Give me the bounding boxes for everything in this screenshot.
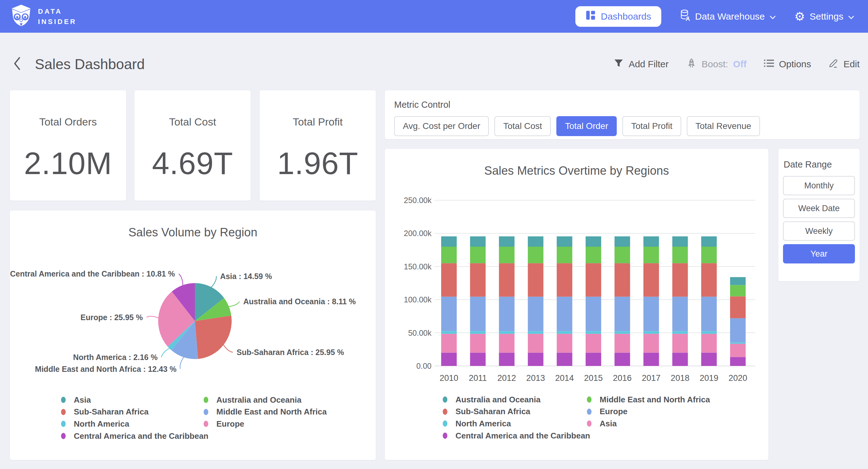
x-axis-tick-label: 2013 — [526, 373, 545, 383]
back-button[interactable] — [12, 56, 22, 72]
bar-segment[interactable] — [528, 236, 543, 247]
bar-segment[interactable] — [470, 263, 486, 297]
bar-segment[interactable] — [586, 297, 601, 331]
bar-segment[interactable] — [615, 263, 630, 297]
bar-segment[interactable] — [470, 247, 486, 263]
nav-item-settings[interactable]: ⚙ Settings — [795, 10, 854, 23]
bar-segment[interactable] — [470, 334, 486, 353]
bar-segment[interactable] — [672, 263, 688, 297]
bar-segment[interactable] — [528, 297, 543, 331]
bar-segment[interactable] — [730, 296, 746, 318]
bar-segment[interactable] — [701, 236, 717, 247]
bar-segment[interactable] — [499, 247, 515, 263]
bar-segment[interactable] — [499, 263, 515, 297]
legend-item: North America — [443, 420, 590, 427]
legend-item: Asia — [587, 420, 710, 427]
metric-option-button[interactable]: Total Revenue — [687, 116, 760, 136]
bar-segment[interactable] — [528, 331, 543, 334]
bar-segment[interactable] — [528, 334, 543, 353]
bar-segment[interactable] — [470, 236, 486, 247]
bar-segment[interactable] — [730, 285, 746, 296]
bar-segment[interactable] — [615, 331, 630, 334]
pie-slice-label: Australia and Oceania : 8.11 % — [244, 297, 356, 306]
metric-option-button[interactable]: Total Cost — [494, 116, 551, 136]
bar-segment[interactable] — [557, 263, 572, 297]
bar-segment[interactable] — [644, 236, 659, 247]
bar-segment[interactable] — [701, 353, 717, 366]
bar-segment[interactable] — [586, 353, 601, 366]
edit-button[interactable]: Edit — [829, 58, 860, 70]
bar-segment[interactable] — [528, 247, 543, 263]
bar-segment[interactable] — [644, 297, 659, 331]
bar-segment[interactable] — [441, 334, 457, 353]
bar-segment[interactable] — [730, 318, 746, 343]
bar-segment[interactable] — [557, 297, 572, 331]
bar-segment[interactable] — [499, 353, 515, 366]
bar-segment[interactable] — [730, 357, 746, 366]
bar-segment[interactable] — [644, 334, 659, 353]
bar-segment[interactable] — [586, 331, 601, 334]
metric-option-button[interactable]: Avg. Cost per Order — [394, 116, 489, 136]
bar-segment[interactable] — [730, 277, 746, 285]
bar-segment[interactable] — [470, 297, 486, 331]
bar-segment[interactable] — [644, 353, 659, 366]
bar-segment[interactable] — [701, 247, 717, 263]
bar-segment[interactable] — [730, 343, 746, 344]
legend-column: Australia and OceaniaMiddle East and Nor… — [204, 397, 327, 427]
bar-segment[interactable] — [441, 297, 457, 331]
bar-segment[interactable] — [470, 331, 486, 334]
bar-segment[interactable] — [672, 334, 688, 353]
bar-segment[interactable] — [499, 236, 515, 247]
bar-segment[interactable] — [615, 236, 630, 247]
bar-segment[interactable] — [672, 247, 688, 263]
bar-segment[interactable] — [615, 297, 630, 331]
pie-slice[interactable] — [195, 316, 231, 359]
bar-segment[interactable] — [644, 263, 659, 297]
bar-segment[interactable] — [672, 331, 688, 334]
bar-segment[interactable] — [672, 297, 688, 331]
date-range-option-button[interactable]: Monthly — [783, 176, 855, 195]
bar-segment[interactable] — [470, 353, 486, 366]
bar-segment[interactable] — [499, 297, 515, 331]
bar-segment[interactable] — [499, 334, 515, 353]
bar-segment[interactable] — [586, 236, 601, 247]
date-range-option-button[interactable]: Weekly — [783, 222, 855, 241]
bar-segment[interactable] — [644, 247, 659, 263]
bar-segment[interactable] — [672, 353, 688, 366]
bar-segment[interactable] — [441, 353, 457, 366]
bar-segment[interactable] — [441, 236, 457, 247]
options-button[interactable]: Options — [764, 59, 811, 70]
bar-segment[interactable] — [672, 236, 688, 247]
bar-segment[interactable] — [441, 331, 457, 334]
bar-segment[interactable] — [528, 353, 543, 366]
bar-segment[interactable] — [557, 334, 572, 353]
bar-segment[interactable] — [701, 263, 717, 297]
bar-segment[interactable] — [586, 263, 601, 297]
add-filter-button[interactable]: Add Filter — [614, 58, 669, 70]
date-range-option-button[interactable]: Year — [783, 244, 855, 263]
nav-item-data-warehouse[interactable]: Data Warehouse — [680, 9, 776, 23]
bar-segment[interactable] — [586, 247, 601, 263]
bar-segment[interactable] — [557, 331, 572, 334]
bar-segment[interactable] — [557, 247, 572, 263]
bar-segment[interactable] — [615, 247, 630, 263]
date-range-option-button[interactable]: Week Date — [783, 199, 855, 218]
bar-segment[interactable] — [701, 331, 717, 334]
nav-item-dashboards[interactable]: Dashboards — [575, 6, 661, 27]
bar-segment[interactable] — [701, 297, 717, 331]
bar-segment[interactable] — [586, 334, 601, 353]
bar-segment[interactable] — [615, 353, 630, 366]
bar-segment[interactable] — [557, 236, 572, 247]
bar-segment[interactable] — [615, 334, 630, 353]
bar-segment[interactable] — [557, 353, 572, 366]
bar-segment[interactable] — [499, 331, 515, 334]
bar-segment[interactable] — [644, 331, 659, 334]
bar-segment[interactable] — [730, 344, 746, 357]
bar-segment[interactable] — [701, 334, 717, 353]
metric-option-button[interactable]: Total Order — [556, 116, 617, 136]
boost-toggle[interactable]: Boost: Off — [686, 58, 747, 71]
metric-option-button[interactable]: Total Profit — [622, 116, 681, 136]
bar-segment[interactable] — [528, 263, 543, 297]
bar-segment[interactable] — [441, 247, 457, 263]
bar-segment[interactable] — [441, 263, 457, 297]
